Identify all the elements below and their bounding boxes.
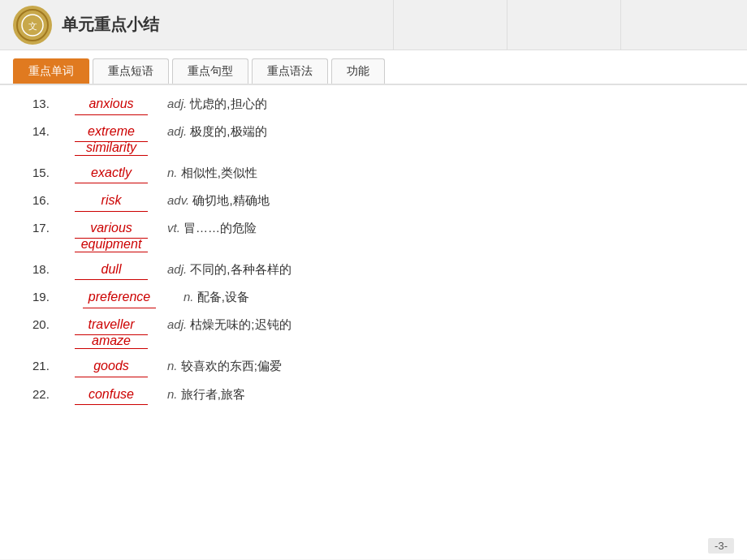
tab-key-sentences[interactable]: 重点句型 <box>172 58 248 84</box>
vocab-item-18: 18. dull adj. 不同的,各种各样的 <box>32 259 715 281</box>
vocab-word-15: exactly <box>75 162 148 184</box>
tab-key-words[interactable]: 重点单词 <box>13 58 89 84</box>
vocab-pos-14: adj. <box>167 124 187 138</box>
vocab-num-15: 15. <box>32 163 58 183</box>
vocab-def-21: n. 较喜欢的东西;偏爱 <box>167 356 282 376</box>
tab-key-grammar[interactable]: 重点语法 <box>252 58 328 84</box>
vocab-word-container-16: risk <box>58 190 164 212</box>
vocab-pos-20: adj. <box>167 317 187 331</box>
vocab-def-20: adj. 枯燥无味的;迟钝的 <box>167 316 291 334</box>
vocab-word-container-20: traveller <box>58 315 164 335</box>
vocab-word-sim: similarity <box>75 140 148 156</box>
vocab-word-container-equip: equipment <box>58 237 164 252</box>
vocab-item-13: 13. anxious adj. 忧虑的,担心的 <box>32 93 715 115</box>
vocab-pos-17: vt. <box>167 221 180 235</box>
vocab-item-21: 21. goods n. 较喜欢的东西;偏爱 <box>32 355 715 377</box>
vocab-def-19: n. 配备,设备 <box>184 287 249 307</box>
vocab-def-13: adj. 忧虑的,担心的 <box>167 94 267 114</box>
vocab-word-19: preference <box>83 286 156 308</box>
vocab-meaning-20: 枯燥无味的;迟钝的 <box>190 317 291 331</box>
vocab-17-stack: 17. various vt. 冒……的危险 17. equipment <box>32 218 257 252</box>
vocab-item-20-group: 20. traveller adj. 枯燥无味的;迟钝的 20. amaze <box>32 315 715 349</box>
vocab-num-22: 22. <box>32 385 58 404</box>
vocab-14-stack: 14. extreme adj. 极度的,极端的 14. similarity <box>32 122 267 156</box>
vocab-word-container-19: preference <box>58 286 180 308</box>
vocab-meaning-16: 确切地,精确地 <box>192 193 269 207</box>
vocab-meaning-14: 极度的,极端的 <box>190 124 266 138</box>
vocab-meaning-21: 较喜欢的东西;偏爱 <box>181 359 282 373</box>
page-title: 单元重点小结 <box>62 14 159 36</box>
vocab-item-equipment: 17. equipment <box>32 237 257 252</box>
vocab-def-18: adj. 不同的,各种各样的 <box>167 260 291 279</box>
vocab-item-17-top: 17. various vt. 冒……的危险 <box>32 218 257 239</box>
vocab-word-21: goods <box>75 355 148 377</box>
vocab-word-container-sim: similarity <box>58 140 164 156</box>
header-cell-2 <box>507 0 620 50</box>
vocab-def-17: vt. 冒……的危险 <box>167 219 257 238</box>
header: 文 单元重点小结 <box>0 0 747 50</box>
vocab-num-16: 16. <box>32 191 58 210</box>
vocab-item-19: 19. preference n. 配备,设备 <box>32 286 715 308</box>
vocab-pos-15: n. <box>167 166 178 179</box>
vocab-word-equip: equipment <box>75 237 148 252</box>
vocab-item-17-group: 17. various vt. 冒……的危险 17. equipment <box>32 218 715 252</box>
vocab-item-15: 15. exactly n. 相似性,类似性 <box>32 162 715 184</box>
vocab-pos-18: adj. <box>167 262 187 276</box>
vocab-word-amaze: amaze <box>75 334 148 349</box>
vocab-def-16: adv. 确切地,精确地 <box>167 191 270 210</box>
vocab-pos-22: n. <box>167 387 178 401</box>
vocab-word-container-amaze: amaze <box>58 334 164 349</box>
tab-function[interactable]: 功能 <box>331 58 385 84</box>
vocab-item-16: 16. risk adv. 确切地,精确地 <box>32 190 715 212</box>
content-area: 13. anxious adj. 忧虑的,担心的 14. extreme adj… <box>0 85 747 559</box>
page-number: -3- <box>708 538 734 554</box>
vocab-num-21: 21. <box>32 356 58 376</box>
vocab-pos-19: n. <box>184 290 194 304</box>
vocab-def-14: adj. 极度的,极端的 <box>167 123 267 141</box>
vocab-def-15: n. 相似性,类似性 <box>167 163 257 183</box>
vocab-word-container-21: goods <box>58 355 164 377</box>
header-right-cells <box>393 0 734 50</box>
vocab-item-14-group: 14. extreme adj. 极度的,极端的 14. similarity <box>32 122 715 156</box>
vocab-num-20: 20. <box>32 316 58 334</box>
vocab-num-13: 13. <box>32 94 58 114</box>
vocab-num-17: 17. <box>32 219 58 238</box>
vocab-item-14-top: 14. extreme adj. 极度的,极端的 <box>32 122 267 142</box>
vocab-pos-13: adj. <box>167 97 187 110</box>
vocab-pos-16: adv. <box>167 193 189 207</box>
vocab-word-14: extreme <box>75 122 148 142</box>
tab-bar: 重点单词 重点短语 重点句型 重点语法 功能 <box>0 50 747 85</box>
vocab-word-17: various <box>75 218 148 239</box>
vocab-pos-21: n. <box>167 359 178 373</box>
vocab-word-container-17: various <box>58 218 164 239</box>
svg-text:文: 文 <box>28 21 37 31</box>
header-cell-1 <box>393 0 507 50</box>
tab-key-phrases[interactable]: 重点短语 <box>93 58 169 84</box>
vocab-meaning-13: 忧虑的,担心的 <box>190 97 266 110</box>
vocab-20-stack: 20. traveller adj. 枯燥无味的;迟钝的 20. amaze <box>32 315 291 349</box>
vocab-item-22: 22. confuse n. 旅行者,旅客 <box>32 384 715 406</box>
vocab-meaning-17: 冒……的危险 <box>184 221 257 235</box>
logo-icon: 文 <box>13 6 52 45</box>
vocab-num-19: 19. <box>32 287 58 307</box>
header-cell-3 <box>620 0 734 50</box>
vocab-word-container-14: extreme <box>58 122 164 142</box>
vocab-word-16: risk <box>75 190 148 212</box>
vocab-word-container-15: exactly <box>58 162 164 184</box>
vocab-meaning-22: 旅行者,旅客 <box>181 387 245 401</box>
vocab-meaning-18: 不同的,各种各样的 <box>190 262 291 276</box>
vocab-word-container-13: anxious <box>58 93 164 115</box>
vocab-item-20-top: 20. traveller adj. 枯燥无味的;迟钝的 <box>32 315 291 335</box>
vocab-word-18: dull <box>75 259 148 281</box>
vocab-word-13: anxious <box>75 93 148 115</box>
vocab-word-20: traveller <box>75 315 148 335</box>
vocab-meaning-15: 相似性,类似性 <box>181 166 257 179</box>
vocab-word-container-22: confuse <box>58 384 164 406</box>
vocab-word-22: confuse <box>75 384 148 406</box>
vocab-item-similarity: 14. similarity <box>32 140 267 156</box>
vocab-num-14: 14. <box>32 123 58 141</box>
vocab-word-container-18: dull <box>58 259 164 281</box>
vocab-num-18: 18. <box>32 260 58 279</box>
vocab-item-amaze: 20. amaze <box>32 334 291 349</box>
vocab-def-22: n. 旅行者,旅客 <box>167 385 245 404</box>
